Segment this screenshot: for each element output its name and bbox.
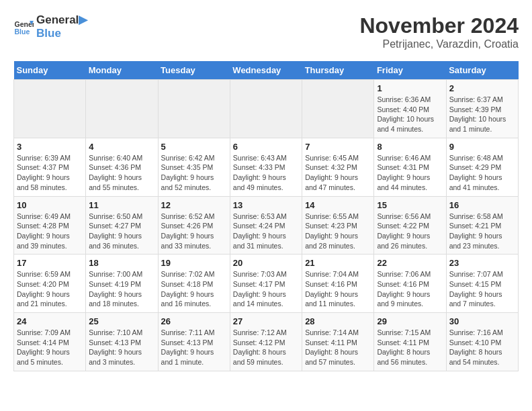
day-info: Sunrise: 6:53 AM Sunset: 4:24 PM Dayligh…: [233, 212, 299, 251]
day-info: Sunrise: 7:10 AM Sunset: 4:13 PM Dayligh…: [89, 328, 154, 367]
logo-general-text: General▶: [36, 13, 87, 27]
calendar-cell: 23Sunrise: 7:07 AM Sunset: 4:15 PM Dayli…: [446, 255, 518, 313]
calendar-cell: [86, 80, 158, 138]
day-number: 19: [161, 258, 227, 268]
col-header-saturday: Saturday: [446, 61, 518, 80]
calendar-cell: 16Sunrise: 6:58 AM Sunset: 4:21 PM Dayli…: [446, 196, 518, 255]
calendar-cell: 13Sunrise: 6:53 AM Sunset: 4:24 PM Dayli…: [230, 196, 302, 255]
page-header: General Blue General▶ Blue November 2024…: [13, 13, 519, 50]
day-info: Sunrise: 6:40 AM Sunset: 4:36 PM Dayligh…: [89, 153, 154, 193]
day-number: 26: [161, 316, 227, 326]
day-number: 11: [89, 200, 154, 210]
calendar-cell: 9Sunrise: 6:48 AM Sunset: 4:29 PM Daylig…: [446, 138, 518, 196]
day-number: 3: [17, 142, 83, 152]
col-header-friday: Friday: [374, 61, 446, 80]
calendar-cell: 20Sunrise: 7:03 AM Sunset: 4:17 PM Dayli…: [230, 255, 302, 313]
calendar-cell: 25Sunrise: 7:10 AM Sunset: 4:13 PM Dayli…: [86, 313, 158, 371]
day-info: Sunrise: 7:03 AM Sunset: 4:17 PM Dayligh…: [233, 269, 299, 309]
day-info: Sunrise: 7:12 AM Sunset: 4:12 PM Dayligh…: [233, 328, 299, 367]
month-title: November 2024: [359, 13, 519, 38]
day-number: 8: [377, 142, 443, 152]
calendar-cell: 17Sunrise: 6:59 AM Sunset: 4:20 PM Dayli…: [14, 255, 86, 313]
calendar-week-4: 17Sunrise: 6:59 AM Sunset: 4:20 PM Dayli…: [14, 255, 519, 313]
calendar-cell: 3Sunrise: 6:39 AM Sunset: 4:37 PM Daylig…: [14, 138, 86, 196]
day-info: Sunrise: 6:37 AM Sunset: 4:39 PM Dayligh…: [449, 95, 515, 134]
day-info: Sunrise: 7:00 AM Sunset: 4:19 PM Dayligh…: [89, 269, 154, 309]
day-info: Sunrise: 7:07 AM Sunset: 4:15 PM Dayligh…: [449, 269, 515, 309]
day-info: Sunrise: 7:15 AM Sunset: 4:11 PM Dayligh…: [377, 328, 443, 367]
day-number: 10: [17, 200, 83, 210]
calendar-cell: 19Sunrise: 7:02 AM Sunset: 4:18 PM Dayli…: [158, 255, 230, 313]
calendar-table: SundayMondayTuesdayWednesdayThursdayFrid…: [13, 61, 519, 371]
day-info: Sunrise: 7:06 AM Sunset: 4:16 PM Dayligh…: [377, 269, 443, 309]
calendar-week-1: 1Sunrise: 6:36 AM Sunset: 4:40 PM Daylig…: [14, 80, 519, 138]
calendar-header-row: SundayMondayTuesdayWednesdayThursdayFrid…: [14, 61, 519, 80]
day-info: Sunrise: 6:42 AM Sunset: 4:35 PM Dayligh…: [161, 153, 227, 193]
calendar-week-3: 10Sunrise: 6:49 AM Sunset: 4:28 PM Dayli…: [14, 196, 519, 255]
title-area: November 2024 Petrijanec, Varazdin, Croa…: [359, 13, 519, 50]
day-info: Sunrise: 6:52 AM Sunset: 4:26 PM Dayligh…: [161, 212, 227, 251]
col-header-tuesday: Tuesday: [158, 61, 230, 80]
day-info: Sunrise: 7:09 AM Sunset: 4:14 PM Dayligh…: [17, 328, 83, 367]
col-header-monday: Monday: [86, 61, 158, 80]
day-info: Sunrise: 7:16 AM Sunset: 4:10 PM Dayligh…: [449, 328, 515, 367]
calendar-cell: 2Sunrise: 6:37 AM Sunset: 4:39 PM Daylig…: [446, 80, 518, 138]
calendar-cell: 4Sunrise: 6:40 AM Sunset: 4:36 PM Daylig…: [86, 138, 158, 196]
calendar-week-2: 3Sunrise: 6:39 AM Sunset: 4:37 PM Daylig…: [14, 138, 519, 196]
day-number: 4: [89, 142, 154, 152]
calendar-cell: 15Sunrise: 6:56 AM Sunset: 4:22 PM Dayli…: [374, 196, 446, 255]
day-number: 12: [161, 200, 227, 210]
calendar-cell: [230, 80, 302, 138]
col-header-wednesday: Wednesday: [230, 61, 302, 80]
calendar-cell: 11Sunrise: 6:50 AM Sunset: 4:27 PM Dayli…: [86, 196, 158, 255]
day-number: 16: [449, 200, 515, 210]
calendar-cell: 27Sunrise: 7:12 AM Sunset: 4:12 PM Dayli…: [230, 313, 302, 371]
day-info: Sunrise: 6:39 AM Sunset: 4:37 PM Dayligh…: [17, 153, 83, 193]
calendar-cell: 24Sunrise: 7:09 AM Sunset: 4:14 PM Dayli…: [14, 313, 86, 371]
calendar-cell: [14, 80, 86, 138]
calendar-cell: 1Sunrise: 6:36 AM Sunset: 4:40 PM Daylig…: [374, 80, 446, 138]
day-number: 2: [449, 83, 515, 93]
calendar-cell: 8Sunrise: 6:46 AM Sunset: 4:31 PM Daylig…: [374, 138, 446, 196]
calendar-cell: [302, 80, 374, 138]
day-number: 21: [305, 258, 371, 268]
calendar-cell: 5Sunrise: 6:42 AM Sunset: 4:35 PM Daylig…: [158, 138, 230, 196]
day-info: Sunrise: 6:43 AM Sunset: 4:33 PM Dayligh…: [233, 153, 299, 193]
day-number: 25: [89, 316, 154, 326]
calendar-cell: [158, 80, 230, 138]
day-info: Sunrise: 6:50 AM Sunset: 4:27 PM Dayligh…: [89, 212, 154, 251]
day-info: Sunrise: 7:04 AM Sunset: 4:16 PM Dayligh…: [305, 269, 371, 309]
day-info: Sunrise: 6:45 AM Sunset: 4:32 PM Dayligh…: [305, 153, 371, 193]
day-info: Sunrise: 7:02 AM Sunset: 4:18 PM Dayligh…: [161, 269, 227, 309]
calendar-week-5: 24Sunrise: 7:09 AM Sunset: 4:14 PM Dayli…: [14, 313, 519, 371]
calendar-cell: 30Sunrise: 7:16 AM Sunset: 4:10 PM Dayli…: [446, 313, 518, 371]
col-header-sunday: Sunday: [14, 61, 86, 80]
calendar-cell: 26Sunrise: 7:11 AM Sunset: 4:13 PM Dayli…: [158, 313, 230, 371]
calendar-cell: 18Sunrise: 7:00 AM Sunset: 4:19 PM Dayli…: [86, 255, 158, 313]
day-number: 9: [449, 142, 515, 152]
svg-text:Blue: Blue: [15, 28, 30, 36]
day-number: 1: [377, 83, 443, 93]
col-header-thursday: Thursday: [302, 61, 374, 80]
day-info: Sunrise: 7:11 AM Sunset: 4:13 PM Dayligh…: [161, 328, 227, 367]
day-number: 6: [233, 142, 299, 152]
day-number: 22: [377, 258, 443, 268]
logo: General Blue General▶ Blue: [13, 13, 87, 41]
day-number: 27: [233, 316, 299, 326]
day-info: Sunrise: 6:56 AM Sunset: 4:22 PM Dayligh…: [377, 212, 443, 251]
day-number: 17: [17, 258, 83, 268]
calendar-cell: 7Sunrise: 6:45 AM Sunset: 4:32 PM Daylig…: [302, 138, 374, 196]
calendar-cell: 14Sunrise: 6:55 AM Sunset: 4:23 PM Dayli…: [302, 196, 374, 255]
day-info: Sunrise: 6:48 AM Sunset: 4:29 PM Dayligh…: [449, 153, 515, 193]
calendar-cell: 29Sunrise: 7:15 AM Sunset: 4:11 PM Dayli…: [374, 313, 446, 371]
day-info: Sunrise: 6:55 AM Sunset: 4:23 PM Dayligh…: [305, 212, 371, 251]
calendar-cell: 10Sunrise: 6:49 AM Sunset: 4:28 PM Dayli…: [14, 196, 86, 255]
day-number: 28: [305, 316, 371, 326]
calendar-cell: 12Sunrise: 6:52 AM Sunset: 4:26 PM Dayli…: [158, 196, 230, 255]
calendar-cell: 22Sunrise: 7:06 AM Sunset: 4:16 PM Dayli…: [374, 255, 446, 313]
day-number: 15: [377, 200, 443, 210]
calendar-cell: 6Sunrise: 6:43 AM Sunset: 4:33 PM Daylig…: [230, 138, 302, 196]
day-info: Sunrise: 6:49 AM Sunset: 4:28 PM Dayligh…: [17, 212, 83, 251]
day-number: 5: [161, 142, 227, 152]
day-number: 24: [17, 316, 83, 326]
